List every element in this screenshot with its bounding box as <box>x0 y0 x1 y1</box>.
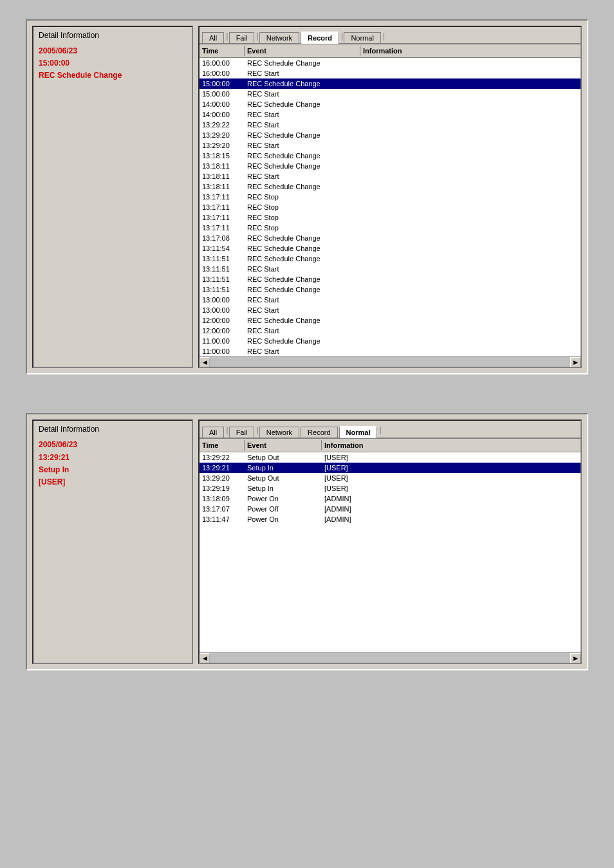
row-time: 13:29:22 <box>200 120 245 129</box>
row-event: REC Start <box>245 110 360 119</box>
table-row[interactable]: 14:00:00REC Start <box>200 109 581 120</box>
table-row[interactable]: 11:00:00REC Start <box>200 346 581 356</box>
panel1-tab-fail[interactable]: Fail <box>229 32 255 43</box>
row-time: 13:11:47 <box>200 515 245 524</box>
row-time: 16:00:00 <box>200 69 245 78</box>
panel2-tab-all[interactable]: All <box>202 427 224 438</box>
row-event: REC Schedule Change <box>245 162 360 171</box>
table-row[interactable]: 16:00:00REC Schedule Change <box>200 58 581 68</box>
row-info <box>360 285 581 294</box>
table-row[interactable]: 13:11:51REC Schedule Change <box>200 254 581 264</box>
panel2-tab-record[interactable]: Record <box>301 427 337 438</box>
row-event: REC Start <box>245 69 360 78</box>
panel1-tab-record[interactable]: Record <box>301 32 339 44</box>
row-event: REC Stop <box>245 223 360 232</box>
panel2-hscroll-right[interactable]: ▶ <box>570 653 581 663</box>
table-row[interactable]: 16:00:00REC Start <box>200 68 581 78</box>
panel1-log-table: Time Event Information 16:00:00REC Sched… <box>200 44 581 367</box>
panel1-event-value: REC Schedule Change <box>39 69 187 82</box>
table-row[interactable]: 13:17:11REC Stop <box>200 223 581 233</box>
row-info: [USER] <box>322 474 581 483</box>
panel2-tabs-bar: All | Fail | Network Record Normal | <box>200 421 581 438</box>
panel1-hscroll-left[interactable]: ◀ <box>200 357 210 367</box>
table-row[interactable]: 13:29:20Setup Out[USER] <box>200 473 581 483</box>
table-row[interactable]: 13:18:15REC Schedule Change <box>200 151 581 161</box>
table-row[interactable]: 12:00:00REC Start <box>200 326 581 336</box>
table-row[interactable]: 11:00:00REC Schedule Change <box>200 336 581 346</box>
row-info: [USER] <box>322 453 581 462</box>
table-row[interactable]: 13:29:21Setup In[USER] <box>200 463 581 473</box>
panel1-tab-network[interactable]: Network <box>259 32 299 43</box>
panel1-tab-normal[interactable]: Normal <box>344 32 380 43</box>
panel2-tab-normal[interactable]: Normal <box>339 426 378 438</box>
row-info <box>360 79 581 88</box>
row-time: 13:11:51 <box>200 285 245 294</box>
panel2-right-panel: All | Fail | Network Record Normal | Tim… <box>198 420 582 664</box>
row-event: REC Schedule Change <box>245 59 360 68</box>
table-row[interactable]: 14:00:00REC Schedule Change <box>200 99 581 109</box>
panel1-time-value: 15:00:00 <box>39 57 187 69</box>
panel2-hscroll-left[interactable]: ◀ <box>200 653 210 663</box>
panel1-detail-date: 2005/06/23 15:00:00 REC Schedule Change <box>39 45 187 82</box>
panel2-scroll-area[interactable]: 13:29:22Setup Out[USER]13:29:21Setup In[… <box>200 452 581 653</box>
table-row[interactable]: 13:17:07Power Off[ADMIN] <box>200 504 581 514</box>
table-row[interactable]: 13:29:22Setup Out[USER] <box>200 452 581 463</box>
table-row[interactable]: 13:00:00REC Start <box>200 295 581 305</box>
table-row[interactable]: 13:18:09Power On[ADMIN] <box>200 494 581 504</box>
table-row[interactable]: 13:18:11REC Schedule Change <box>200 181 581 192</box>
panel2-hscrollbar[interactable]: ◀ ▶ <box>200 652 581 663</box>
row-info: [ADMIN] <box>322 504 581 513</box>
table-row[interactable]: 13:11:51REC Schedule Change <box>200 274 581 284</box>
panel2-hscroll-track[interactable] <box>210 653 570 663</box>
table-row[interactable]: 13:18:11REC Start <box>200 171 581 181</box>
panel2-tab-fail[interactable]: Fail <box>229 427 255 438</box>
row-time: 13:11:51 <box>200 264 245 273</box>
row-time: 13:11:51 <box>200 275 245 284</box>
table-row[interactable]: 13:17:08REC Schedule Change <box>200 233 581 243</box>
table-row[interactable]: 13:29:20REC Schedule Change <box>200 130 581 140</box>
table-row[interactable]: 13:29:22REC Start <box>200 120 581 130</box>
panel2-tab-network[interactable]: Network <box>259 427 299 438</box>
panel1-wrapper: Detail Information 2005/06/23 15:00:00 R… <box>26 19 588 374</box>
table-row[interactable]: 15:00:00REC Schedule Change <box>200 78 581 89</box>
panel1-hscrollbar[interactable]: ◀ ▶ <box>200 356 581 367</box>
table-row[interactable]: 15:00:00REC Start <box>200 89 581 99</box>
table-row[interactable]: 13:11:54REC Schedule Change <box>200 243 581 254</box>
table-row[interactable]: 13:17:11REC Stop <box>200 212 581 223</box>
panel1-detail-info: Detail Information 2005/06/23 15:00:00 R… <box>32 26 193 368</box>
row-info: [USER] <box>322 484 581 493</box>
table-row[interactable]: 13:29:19Setup In[USER] <box>200 483 581 494</box>
row-info <box>360 306 581 315</box>
row-time: 13:17:07 <box>200 504 245 513</box>
table-row[interactable]: 13:17:11REC Stop <box>200 192 581 202</box>
row-time: 11:00:00 <box>200 337 245 346</box>
page-container: Detail Information 2005/06/23 15:00:00 R… <box>0 0 614 690</box>
table-row[interactable]: 13:17:11REC Stop <box>200 202 581 212</box>
row-info <box>360 192 581 201</box>
panel2-col-info: Information <box>322 440 581 450</box>
table-row[interactable]: 13:29:20REC Start <box>200 140 581 151</box>
row-info <box>360 326 581 335</box>
row-time: 12:00:00 <box>200 326 245 335</box>
table-row[interactable]: 13:00:00REC Start <box>200 305 581 315</box>
panel1-hscroll-track[interactable] <box>210 357 570 367</box>
panel1-hscroll-right[interactable]: ▶ <box>570 357 581 367</box>
row-time: 13:00:00 <box>200 295 245 304</box>
row-time: 13:00:00 <box>200 306 245 315</box>
panel1-scroll-area[interactable]: 16:00:00REC Schedule Change16:00:00REC S… <box>200 58 581 356</box>
table-row[interactable]: 12:00:00REC Schedule Change <box>200 315 581 326</box>
row-info <box>360 264 581 273</box>
row-event: REC Start <box>245 120 360 129</box>
table-row[interactable]: 13:18:11REC Schedule Change <box>200 161 581 171</box>
row-time: 13:18:09 <box>200 494 245 503</box>
table-row[interactable]: 13:11:47Power On[ADMIN] <box>200 514 581 524</box>
table-row[interactable]: 13:11:51REC Start <box>200 264 581 274</box>
row-time: 15:00:00 <box>200 79 245 88</box>
row-time: 13:17:08 <box>200 234 245 243</box>
table-row[interactable]: 13:11:51REC Schedule Change <box>200 284 581 295</box>
row-event: Setup Out <box>245 474 322 483</box>
panel2-log-table: Time Event Information 13:29:22Setup Out… <box>200 439 581 663</box>
row-info: [ADMIN] <box>322 494 581 503</box>
panel1-tab-all[interactable]: All <box>202 32 224 43</box>
row-event: REC Stop <box>245 192 360 201</box>
